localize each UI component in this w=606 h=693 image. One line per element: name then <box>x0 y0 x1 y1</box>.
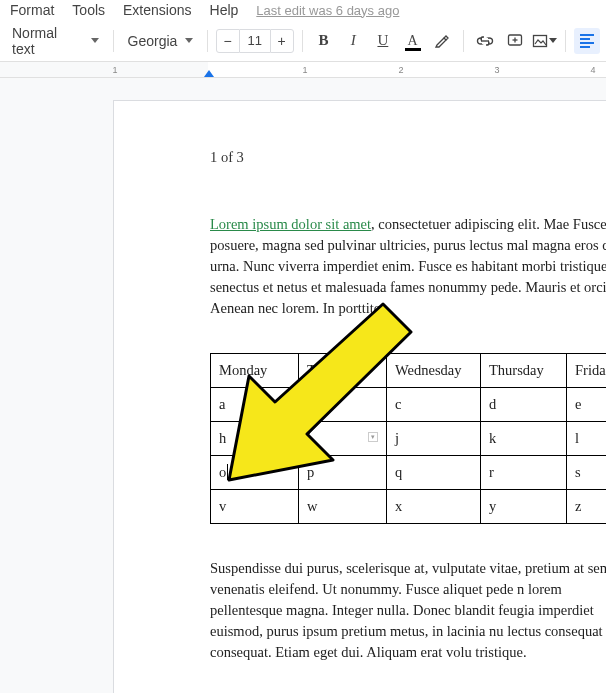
separator <box>207 30 208 52</box>
table-header-cell[interactable]: Wednesday <box>387 354 481 388</box>
document-table[interactable]: Monday Tu day Wednesday Thursday Frida a… <box>210 353 606 524</box>
paragraph[interactable]: Lorem ipsum dolor sit amet, consectetuer… <box>210 214 606 319</box>
table-cell[interactable]: e <box>567 388 607 422</box>
font-family-label: Georgia <box>128 33 178 49</box>
paragraph-style-dropdown[interactable]: Normal text <box>6 21 105 61</box>
table-header-cell[interactable]: Frida <box>567 354 607 388</box>
link-icon <box>476 34 494 48</box>
chevron-down-icon <box>549 38 557 43</box>
align-left-icon <box>580 34 594 48</box>
horizontal-ruler[interactable]: 1 1 2 3 4 <box>0 62 606 78</box>
table-cell[interactable]: o <box>211 456 299 490</box>
text-color-button[interactable]: A <box>400 28 426 54</box>
last-edit-status[interactable]: Last edit was 6 days ago <box>256 3 399 18</box>
table-cell[interactable]: v <box>211 490 299 524</box>
table-header-cell[interactable]: Tu day <box>299 354 387 388</box>
font-size-group: − 11 + <box>216 29 294 53</box>
underline-button[interactable]: U <box>370 28 396 54</box>
text-cursor <box>227 464 228 480</box>
separator <box>463 30 464 52</box>
table-cell[interactable]: d <box>481 388 567 422</box>
table-cell[interactable]: b <box>299 388 387 422</box>
menu-extensions[interactable]: Extensions <box>123 2 191 18</box>
menu-tools[interactable]: Tools <box>72 2 105 18</box>
separator <box>302 30 303 52</box>
table-row[interactable]: a b c d e <box>211 388 607 422</box>
table-row[interactable]: v w x y z <box>211 490 607 524</box>
image-icon <box>532 33 548 49</box>
separator <box>113 30 114 52</box>
page-counter: 1 of 3 <box>210 149 606 166</box>
separator <box>565 30 566 52</box>
table-cell[interactable]: w <box>299 490 387 524</box>
menu-help[interactable]: Help <box>210 2 239 18</box>
insert-image-button[interactable] <box>532 28 558 54</box>
font-size-increase-button[interactable]: + <box>270 29 294 53</box>
font-size-decrease-button[interactable]: − <box>216 29 240 53</box>
add-comment-button[interactable] <box>502 28 528 54</box>
table-cell[interactable]: j <box>387 422 481 456</box>
table-cell[interactable]: c <box>387 388 481 422</box>
table-cell[interactable]: p <box>299 456 387 490</box>
paragraph-style-label: Normal text <box>12 25 83 57</box>
document-page[interactable]: 1 of 3 Lorem ipsum dolor sit amet, conse… <box>113 100 606 693</box>
table-cell[interactable]: y <box>481 490 567 524</box>
table-cell[interactable]: h <box>211 422 299 456</box>
chevron-down-icon <box>91 38 99 43</box>
table-cell[interactable]: a <box>211 388 299 422</box>
table-cell[interactable]: r <box>481 456 567 490</box>
align-left-button[interactable] <box>574 28 600 54</box>
document-body[interactable]: Lorem ipsum dolor sit amet, consectetuer… <box>210 214 606 663</box>
bold-button[interactable]: B <box>311 28 337 54</box>
italic-button[interactable]: I <box>340 28 366 54</box>
toolbar: Normal text Georgia − 11 + B I U A <box>0 20 606 62</box>
table-cell[interactable]: i▾ <box>299 422 387 456</box>
table-header-cell[interactable]: Thursday <box>481 354 567 388</box>
table-cell[interactable]: q <box>387 456 481 490</box>
highlighter-icon <box>434 33 450 49</box>
table-cell[interactable]: x <box>387 490 481 524</box>
left-indent-marker[interactable] <box>204 70 214 77</box>
table-cell[interactable]: k <box>481 422 567 456</box>
highlight-color-button[interactable] <box>429 28 455 54</box>
ruler-label: 2 <box>398 62 403 78</box>
table-row[interactable]: h i▾ j k l <box>211 422 607 456</box>
table-row[interactable]: o p q r s <box>211 456 607 490</box>
chevron-down-icon <box>185 38 193 43</box>
table-cell[interactable]: s <box>567 456 607 490</box>
ruler-label: 1 <box>302 62 307 78</box>
cell-handle-icon[interactable]: ▾ <box>368 432 378 442</box>
menu-bar: Format Tools Extensions Help Last edit w… <box>0 0 606 20</box>
ruler-label: 4 <box>590 62 595 78</box>
menu-format[interactable]: Format <box>10 2 54 18</box>
font-family-dropdown[interactable]: Georgia <box>122 29 199 53</box>
insert-link-button[interactable] <box>472 28 498 54</box>
font-size-input[interactable]: 11 <box>240 29 270 53</box>
comment-plus-icon <box>507 33 523 49</box>
table-cell[interactable]: z <box>567 490 607 524</box>
document-workspace: 1 of 3 Lorem ipsum dolor sit amet, conse… <box>0 78 606 693</box>
ruler-label: 1 <box>112 62 117 78</box>
table-row[interactable]: Monday Tu day Wednesday Thursday Frida <box>211 354 607 388</box>
ruler-label: 3 <box>494 62 499 78</box>
svg-rect-7 <box>533 35 546 46</box>
paragraph[interactable]: Suspendisse dui purus, scelerisque at, v… <box>210 558 606 663</box>
hyperlink[interactable]: Lorem ipsum dolor sit amet <box>210 216 371 232</box>
table-cell[interactable]: l <box>567 422 607 456</box>
table-header-cell[interactable]: Monday <box>211 354 299 388</box>
